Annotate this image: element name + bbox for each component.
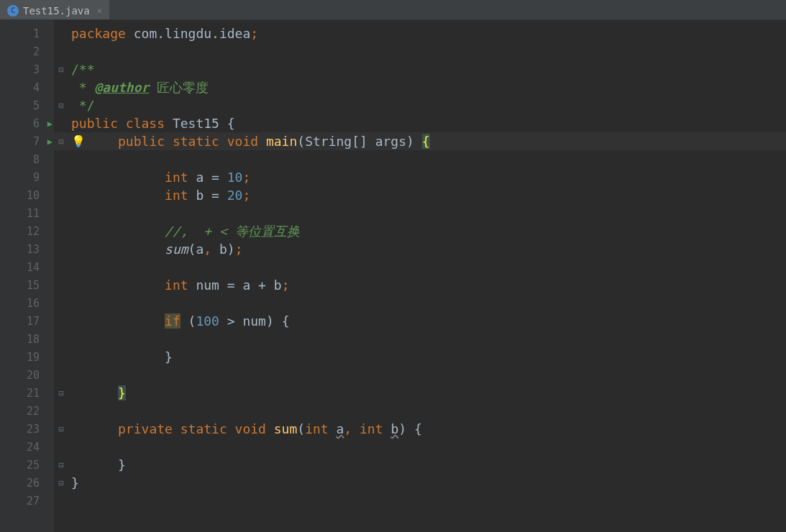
code-line[interactable]: int num = a + b; [54, 276, 786, 294]
fold-marker[interactable]: ⊟ [54, 420, 68, 438]
code-line[interactable]: package com.lingdu.idea; [54, 24, 786, 42]
token-comma-orange: ; [242, 170, 250, 185]
code-line[interactable]: int a = 10; [54, 168, 786, 186]
code-line[interactable] [54, 150, 786, 168]
code-line[interactable]: ⊟💡 public static void main(String[] args… [54, 132, 786, 150]
token-highlight-brace: { [422, 134, 430, 149]
code-line[interactable]: sum(a, b); [54, 240, 786, 258]
token-punct: { [227, 116, 235, 131]
code-line[interactable]: int b = 20; [54, 186, 786, 204]
token-comment: //, + < 等位置互换 [165, 224, 300, 239]
token-kw: public static [118, 134, 227, 149]
code-line[interactable]: } [54, 348, 786, 366]
code-line[interactable] [54, 402, 786, 420]
token-punct: } [165, 349, 173, 364]
token-num: 20 [227, 188, 243, 203]
token-punct: (a [188, 242, 204, 257]
code-content: package com.lingdu.idea; [54, 26, 258, 41]
line-number: 8 [0, 150, 54, 168]
code-content: int num = a + b; [54, 278, 289, 293]
token-pkg: a = [196, 170, 227, 185]
code-line[interactable]: * @author 匠心零度 [54, 78, 786, 96]
line-number: 14 [0, 258, 54, 276]
line-number: 22 [0, 402, 54, 420]
code-content: if (100 > num) { [54, 313, 289, 329]
token-underline-param: a [337, 421, 344, 436]
code-line[interactable]: ⊟ } [54, 456, 786, 474]
code-content: sum(a, b); [54, 242, 242, 257]
code-content: private static void sum(int a, int b) { [54, 421, 422, 436]
intention-bulb-icon[interactable]: 💡 [71, 134, 86, 148]
line-number: 20 [0, 366, 54, 384]
line-number: 11 [0, 204, 54, 222]
token-punct: } [71, 475, 79, 490]
line-number: 23 [0, 420, 54, 438]
code-line[interactable]: public class Test15 { [54, 114, 786, 132]
token-class-name: Test15 [173, 116, 227, 131]
line-number: 15 [0, 276, 54, 294]
code-line[interactable]: ⊟ } [54, 384, 786, 402]
code-line[interactable] [54, 438, 786, 456]
file-tab[interactable]: C Test15.java × [0, 0, 109, 19]
token-kw: private static [118, 421, 235, 436]
line-number: 10 [0, 186, 54, 204]
fold-marker[interactable]: ⊟ [54, 132, 68, 150]
line-number: 26 [0, 474, 54, 492]
token-kw: void [227, 134, 266, 149]
code-line[interactable]: ⊟/** [54, 60, 786, 78]
line-number: 12 [0, 222, 54, 240]
token-comma-orange: ; [282, 278, 290, 293]
token-comma-orange: , [344, 421, 360, 436]
token-kw: package [71, 26, 134, 41]
code-line[interactable]: if (100 > num) { [54, 312, 786, 330]
fold-marker[interactable]: ⊟ [54, 474, 68, 492]
java-class-icon: C [7, 5, 19, 17]
run-gutter-icon[interactable]: ▶ [47, 119, 52, 129]
code-line[interactable]: ⊟ private static void sum(int a, int b) … [54, 420, 786, 438]
token-comma-orange: ; [235, 242, 243, 257]
tab-bar: C Test15.java × [0, 0, 786, 20]
token-punct: } [118, 457, 126, 472]
code-line[interactable] [54, 258, 786, 276]
code-line[interactable] [54, 366, 786, 384]
token-num: 100 [196, 313, 219, 329]
code-content: int a = 10; [54, 170, 250, 185]
token-doc-comment: /** [71, 62, 95, 77]
token-pkg: num = a + b [196, 278, 281, 293]
code-line[interactable] [54, 294, 786, 312]
close-icon[interactable]: × [97, 6, 102, 16]
token-punct: ( [297, 421, 305, 436]
code-line[interactable]: ⊟} [54, 474, 786, 492]
token-highlight-brace: } [118, 385, 126, 400]
code-content: } [54, 349, 173, 364]
token-doc-tag: @author [95, 80, 150, 95]
code-line[interactable] [54, 330, 786, 348]
code-line[interactable]: //, + < 等位置互换 [54, 222, 786, 240]
fold-marker[interactable]: ⊟ [54, 96, 68, 114]
code-line[interactable] [54, 492, 786, 510]
token-kw: int [165, 170, 196, 185]
token-method-name: sum [274, 421, 298, 436]
code-line[interactable] [54, 204, 786, 222]
line-number: 7▶ [0, 132, 54, 150]
fold-marker[interactable]: ⊟ [54, 456, 68, 474]
token-doc-author: 匠心零度 [149, 80, 209, 95]
token-kw: int [305, 421, 336, 436]
code-content: int b = 20; [54, 188, 250, 203]
tab-filename: Test15.java [23, 5, 90, 17]
line-number: 13 [0, 240, 54, 258]
code-line[interactable] [54, 42, 786, 60]
fold-marker[interactable]: ⊟ [54, 384, 68, 402]
token-punct: ) { [398, 421, 422, 436]
code-line[interactable]: ⊟ */ [54, 96, 786, 114]
run-gutter-icon[interactable]: ▶ [47, 137, 52, 147]
token-num: 10 [227, 170, 243, 185]
token-punct: > num) { [219, 313, 290, 329]
line-number: 2 [0, 42, 54, 60]
line-number: 9 [0, 168, 54, 186]
fold-marker[interactable]: ⊟ [54, 60, 68, 78]
line-number: 17 [0, 312, 54, 330]
line-number: 24 [0, 438, 54, 456]
token-kw: int [165, 278, 196, 293]
code-area[interactable]: package com.lingdu.idea;⊟/** * @author 匠… [54, 20, 786, 532]
